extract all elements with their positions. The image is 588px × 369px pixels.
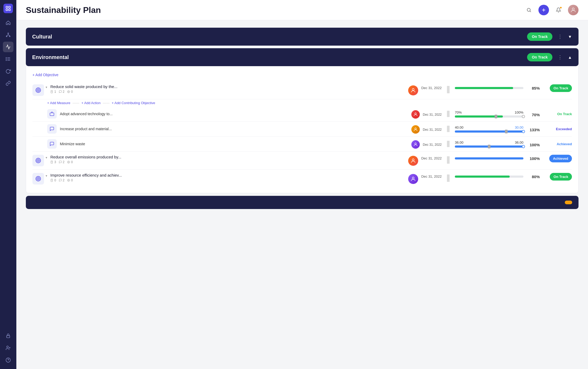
section-cultural: Cultural On Track ⋮ ▾ bbox=[26, 28, 579, 46]
section-cultural-header[interactable]: Cultural On Track ⋮ ▾ bbox=[26, 28, 579, 46]
obj1-date: Dec 31, 2022 bbox=[421, 86, 442, 90]
add-action-link[interactable]: + Add Action bbox=[81, 101, 101, 105]
sidebar-item-user-plus[interactable] bbox=[3, 343, 13, 353]
obj1-divider bbox=[447, 86, 450, 93]
sidebar-item-help[interactable] bbox=[3, 355, 13, 365]
sub-minimize-divider bbox=[447, 141, 450, 147]
svg-rect-1 bbox=[9, 6, 10, 8]
sub-increase-percent: 133% bbox=[527, 128, 540, 132]
sub-adopt-title: Adopt advanced technology to... bbox=[60, 112, 408, 116]
objective-row-1: ▾ Reduce solid waste produced by the... … bbox=[32, 81, 572, 99]
obj3-date: Dec 31, 2022 bbox=[421, 174, 442, 178]
obj1-avatar bbox=[408, 85, 418, 95]
sidebar-item-chart[interactable] bbox=[3, 42, 13, 52]
svg-point-48 bbox=[38, 178, 38, 179]
sub-increase-progress-labels: 40.00 30.00 bbox=[455, 125, 523, 129]
section-third-actions bbox=[565, 201, 572, 204]
section-cultural-chevron[interactable]: ▾ bbox=[568, 33, 572, 41]
sub-adopt-date: Dec 31, 2022 bbox=[423, 113, 442, 116]
sidebar-item-link[interactable] bbox=[3, 78, 13, 89]
sub-minimize-title: Minimize waste bbox=[60, 142, 408, 146]
section-environmental-body: + Add Objective ▾ Reduce solid waste pro… bbox=[26, 66, 579, 193]
section-environmental-header[interactable]: Environmental On Track ⋮ ▴ bbox=[26, 48, 579, 66]
svg-point-35 bbox=[415, 128, 416, 129]
obj2-percent: 100% bbox=[527, 156, 540, 161]
svg-point-4 bbox=[8, 33, 8, 34]
add-button[interactable] bbox=[538, 5, 549, 15]
sub-minimize-percent: 100% bbox=[527, 143, 540, 147]
svg-point-10 bbox=[6, 57, 7, 58]
sidebar-item-org[interactable] bbox=[3, 30, 13, 40]
section-environmental-more-button[interactable]: ⋮ bbox=[556, 53, 565, 61]
obj3-percent: 80% bbox=[527, 174, 540, 179]
obj3-progress bbox=[455, 173, 523, 178]
obj1-percent: 85% bbox=[527, 86, 540, 90]
sub-adopt-target: 100% bbox=[515, 110, 523, 114]
section-cultural-more-button[interactable]: ⋮ bbox=[556, 33, 565, 41]
obj3-comment-count: 2 bbox=[59, 178, 65, 182]
app-logo[interactable] bbox=[3, 4, 13, 13]
add-measure-link[interactable]: + Add Measure bbox=[47, 101, 70, 105]
section-third-header[interactable] bbox=[26, 196, 579, 209]
obj3-target-count: 0 bbox=[67, 178, 73, 182]
obj2-comment-count: 2 bbox=[59, 160, 65, 164]
obj2-divider bbox=[447, 156, 450, 164]
svg-point-34 bbox=[415, 113, 416, 114]
svg-line-20 bbox=[530, 11, 531, 12]
sidebar-item-refresh[interactable] bbox=[3, 66, 13, 76]
objective-row-2: ▾ Reduce overall emissions produced by..… bbox=[32, 152, 572, 170]
add-objective-link[interactable]: + Add Objective bbox=[32, 73, 58, 77]
user-avatar[interactable] bbox=[568, 5, 579, 15]
search-button[interactable] bbox=[524, 5, 534, 15]
svg-point-53 bbox=[68, 180, 69, 181]
obj2-title: Reduce overall emissions produced by... bbox=[50, 155, 405, 159]
obj1-progress bbox=[455, 84, 523, 89]
add-contributing-link[interactable]: + Add Contributing Objective bbox=[112, 101, 155, 105]
content-area: Cultural On Track ⋮ ▾ Environmental On T… bbox=[16, 20, 588, 369]
obj2-meta: 3 2 0 bbox=[50, 160, 405, 164]
sidebar-item-lock[interactable] bbox=[3, 331, 13, 341]
section-cultural-status: On Track bbox=[527, 32, 552, 41]
obj2-status: Achieved bbox=[543, 155, 572, 162]
svg-rect-0 bbox=[6, 6, 8, 8]
svg-point-52 bbox=[68, 179, 70, 182]
svg-point-11 bbox=[6, 59, 7, 59]
section-environmental-status: On Track bbox=[527, 53, 552, 61]
section-environmental-actions: On Track ⋮ ▴ bbox=[527, 53, 572, 61]
sub-minimize-status-text: Achieved bbox=[557, 142, 572, 146]
svg-point-32 bbox=[412, 89, 414, 90]
svg-point-5 bbox=[6, 36, 7, 37]
section-environmental-chevron[interactable]: ▴ bbox=[568, 53, 572, 61]
obj1-add-links: + Add Measure —— + Add Action —— + Add C… bbox=[32, 99, 572, 106]
sub-minimize-track bbox=[455, 145, 523, 148]
svg-point-45 bbox=[412, 159, 414, 161]
sub-adopt-status: On Track bbox=[543, 111, 572, 116]
obj2-icon bbox=[32, 155, 44, 166]
svg-point-6 bbox=[9, 36, 10, 37]
obj2-chevron[interactable]: ▾ bbox=[46, 156, 47, 159]
sidebar-item-list[interactable] bbox=[3, 54, 13, 64]
svg-point-43 bbox=[68, 161, 70, 163]
sidebar bbox=[0, 0, 16, 369]
svg-rect-33 bbox=[50, 113, 54, 116]
page-title: Sustainability Plan bbox=[26, 5, 101, 15]
sub-minimize-status: Achieved bbox=[543, 142, 572, 146]
sub-increase-title: Increase product and material... bbox=[60, 127, 408, 131]
sub-increase-track bbox=[455, 130, 523, 133]
svg-point-31 bbox=[68, 91, 69, 92]
obj1-chevron[interactable]: ▾ bbox=[46, 85, 47, 89]
obj1-icon bbox=[32, 84, 44, 96]
obj3-doc-count: 0 bbox=[50, 178, 56, 182]
svg-point-44 bbox=[68, 162, 69, 163]
obj3-icon bbox=[32, 173, 44, 184]
obj3-status-badge: On Track bbox=[550, 173, 572, 181]
svg-point-36 bbox=[415, 143, 416, 144]
sidebar-item-home[interactable] bbox=[3, 17, 13, 28]
sub-minimize-progress: 36.00 36.00 bbox=[455, 140, 523, 148]
notifications-button[interactable] bbox=[553, 5, 564, 15]
obj3-chevron[interactable]: ▾ bbox=[46, 174, 47, 178]
obj1-status-badge: On Track bbox=[550, 84, 572, 92]
obj3-divider bbox=[447, 174, 450, 182]
obj3-avatar bbox=[408, 174, 418, 184]
sub-adopt-progress: 70% 100% bbox=[455, 110, 523, 118]
